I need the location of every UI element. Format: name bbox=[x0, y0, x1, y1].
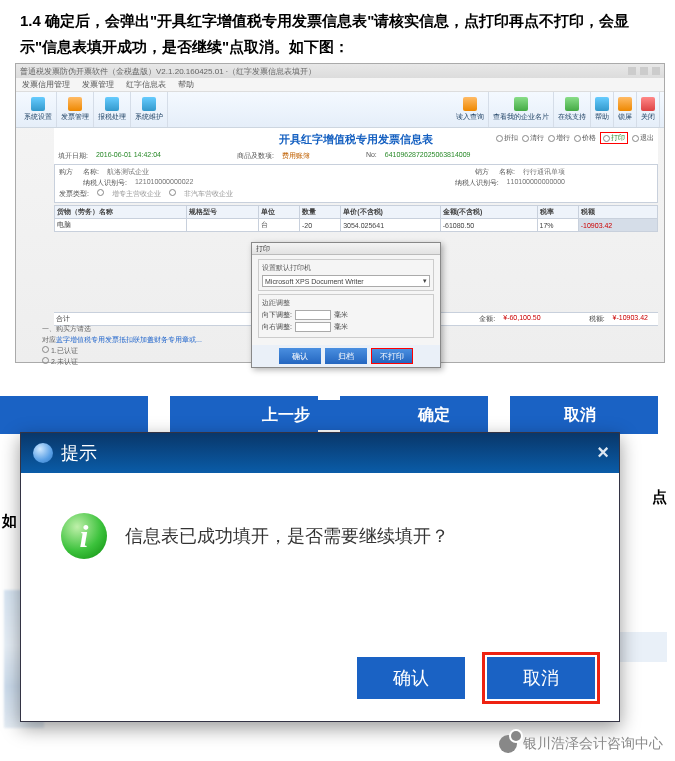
card-icon bbox=[514, 97, 528, 111]
dialog-title-icon bbox=[33, 443, 53, 463]
window-close-icon[interactable] bbox=[652, 67, 660, 75]
tb-label: 发票管理 bbox=[61, 112, 89, 122]
seller-name: 行行通讯单项 bbox=[523, 167, 565, 177]
opt-label: 增行 bbox=[556, 133, 570, 143]
amount-total: ¥-60,100.50 bbox=[503, 314, 540, 324]
tax-icon bbox=[105, 97, 119, 111]
tb-read-query[interactable]: 读入查询 bbox=[452, 92, 489, 127]
tb-company-card[interactable]: 查看我的企业名片 bbox=[489, 92, 554, 127]
window-titlebar: 普通税发票防伪开票软件（金税盘版）V2.1.20.160425.01 ·（红字发… bbox=[16, 64, 664, 78]
tax-total: ¥-10903.42 bbox=[613, 314, 648, 324]
opt-label: 折扣 bbox=[504, 133, 518, 143]
print-confirm-button[interactable]: 确认 bbox=[279, 348, 321, 364]
margin-v-input[interactable] bbox=[295, 310, 331, 320]
tb-close[interactable]: 关闭 bbox=[637, 92, 660, 127]
tb-label: 锁屏 bbox=[618, 112, 632, 122]
tb-system-settings[interactable]: 系统设置 bbox=[20, 92, 57, 127]
print-dialog-title: 打印 bbox=[252, 243, 440, 255]
radio-icon[interactable] bbox=[42, 357, 49, 364]
margin-h-input[interactable] bbox=[295, 322, 331, 332]
window-title: 普通税发票防伪开票软件（金税盘版）V2.1.20.160425.01 ·（红字发… bbox=[20, 66, 316, 77]
table-row[interactable]: 电脑 台 -20 3054.025641 -61080.50 17% -1090… bbox=[55, 219, 658, 232]
confirm-dialog-titlebar: 提示 × bbox=[21, 433, 619, 473]
radio-icon[interactable] bbox=[169, 189, 176, 196]
form-title-area: 开具红字增值税专用发票信息表 折扣 清行 增行 价格 打印 退出 bbox=[54, 128, 658, 149]
menu-item[interactable]: 发票信用管理 bbox=[22, 79, 70, 90]
invtype-label: 发票类型: bbox=[59, 189, 89, 199]
fill-date-label: 填开日期: bbox=[58, 151, 88, 161]
tb-lock[interactable]: 锁屏 bbox=[614, 92, 637, 127]
printer-select-value: Microsoft XPS Document Writer bbox=[265, 278, 364, 285]
printer-select[interactable]: Microsoft XPS Document Writer▾ bbox=[262, 275, 430, 287]
tb-label: 读入查询 bbox=[456, 112, 484, 122]
window-min-icon[interactable] bbox=[628, 67, 636, 75]
cell: -10903.42 bbox=[578, 219, 657, 232]
name-label: 名称: bbox=[83, 167, 99, 177]
lock-icon bbox=[618, 97, 632, 111]
cropped-text-right: 点 bbox=[652, 488, 667, 507]
confirm-cancel-button[interactable]: 取消 bbox=[487, 657, 595, 699]
radio-icon bbox=[603, 135, 610, 142]
opt-exit[interactable]: 退出 bbox=[632, 133, 654, 143]
watermark-text: 银川浩泽会计咨询中心 bbox=[523, 735, 663, 753]
cell: 台 bbox=[258, 219, 299, 232]
bg-prev-button[interactable]: 上一步 bbox=[232, 400, 340, 430]
buyer-side-label: 购方 bbox=[59, 167, 75, 177]
form-options: 折扣 清行 增行 价格 打印 退出 bbox=[496, 132, 654, 144]
cell: 电脑 bbox=[55, 219, 187, 232]
name-label2: 名称: bbox=[499, 167, 515, 177]
amount-label: 金额: bbox=[479, 314, 495, 324]
menu-item[interactable]: 发票管理 bbox=[82, 79, 114, 90]
cell: -20 bbox=[299, 219, 340, 232]
seller-side-label: 销方 bbox=[475, 167, 491, 177]
opt-label: 清行 bbox=[530, 133, 544, 143]
watermark: 银川浩泽会计咨询中心 bbox=[499, 735, 663, 753]
opt-price[interactable]: 价格 bbox=[574, 133, 596, 143]
close-icon[interactable]: × bbox=[597, 441, 609, 464]
menu-item[interactable]: 红字信息表 bbox=[126, 79, 166, 90]
tb-label: 帮助 bbox=[595, 112, 609, 122]
tb-tax-process[interactable]: 报税处理 bbox=[94, 92, 131, 127]
settings-icon bbox=[31, 97, 45, 111]
tb-help[interactable]: 帮助 bbox=[591, 92, 614, 127]
tb-label: 查看我的企业名片 bbox=[493, 112, 549, 122]
confirm-dialog-message: 信息表已成功填开，是否需要继续填开？ bbox=[125, 524, 449, 548]
tb-system-maint[interactable]: 系统维护 bbox=[131, 92, 168, 127]
maint-icon bbox=[142, 97, 156, 111]
form-title: 开具红字增值税专用发票信息表 bbox=[279, 133, 433, 145]
tb-online-support[interactable]: 在线支持 bbox=[554, 92, 591, 127]
col-spec: 规格型号 bbox=[187, 206, 259, 219]
qty-value: 费用账簿 bbox=[282, 151, 310, 161]
tax-label: 税额: bbox=[589, 314, 605, 324]
confirm-ok-button[interactable]: 确认 bbox=[357, 657, 465, 699]
opt1: 1.已认证 bbox=[51, 347, 78, 354]
menu-item[interactable]: 帮助 bbox=[178, 79, 194, 90]
radio-icon[interactable] bbox=[42, 346, 49, 353]
margin-group-label: 边距调整 bbox=[262, 298, 430, 308]
fill-date-value: 2016-06-01 14:42:04 bbox=[96, 151, 161, 161]
remark-link[interactable]: 蓝字增值税专用发票抵扣联加盖财务专用章或... bbox=[56, 336, 202, 343]
no-value: 6410962872025063814009 bbox=[385, 151, 471, 161]
window-max-icon[interactable] bbox=[640, 67, 648, 75]
opt-discount[interactable]: 折扣 bbox=[496, 133, 518, 143]
print-archive-button[interactable]: 归档 bbox=[325, 348, 367, 364]
radio-icon bbox=[496, 135, 503, 142]
bottom-remarks: 一、购买方请选 对应蓝字增值税专用发票抵扣联加盖财务专用章或... 1.已认证 … bbox=[42, 324, 202, 368]
tb-label: 系统维护 bbox=[135, 112, 163, 122]
tb-invoice-mgmt[interactable]: 发票管理 bbox=[57, 92, 94, 127]
opt-clear-row[interactable]: 清行 bbox=[522, 133, 544, 143]
col-rate: 税率 bbox=[537, 206, 578, 219]
bg-cancel-button[interactable]: 取消 bbox=[526, 400, 634, 430]
opt-print[interactable]: 打印 bbox=[600, 132, 628, 144]
confirm-dialog-title: 提示 bbox=[61, 441, 97, 465]
radio-icon bbox=[574, 135, 581, 142]
opt-add-row[interactable]: 增行 bbox=[548, 133, 570, 143]
radio-icon[interactable] bbox=[97, 189, 104, 196]
tb-label: 关闭 bbox=[641, 112, 655, 122]
col-amount: 金额(不含税) bbox=[440, 206, 537, 219]
taxid-label: 纳税人识别号: bbox=[83, 178, 127, 188]
print-cancel-button[interactable]: 不打印 bbox=[371, 348, 413, 364]
bg-ok-button[interactable]: 确定 bbox=[380, 400, 488, 430]
cell bbox=[187, 219, 259, 232]
printer-group-label: 设置默认打印机 bbox=[262, 263, 430, 273]
